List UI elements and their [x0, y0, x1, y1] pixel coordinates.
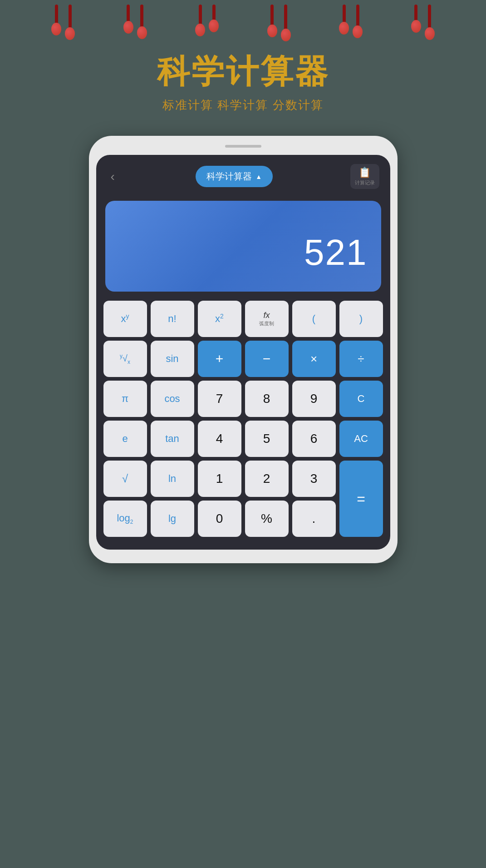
key-decimal[interactable]: .: [292, 501, 336, 537]
ornament-group-5: [339, 5, 363, 38]
key-add[interactable]: +: [198, 341, 241, 377]
device-frame: ‹ 科学计算器 ▲ 📋 计算记录 521 xy n!: [89, 136, 398, 563]
key-close-paren[interactable]: ): [339, 301, 383, 337]
ornament-6b: [425, 5, 435, 40]
ornament-3b: [209, 5, 219, 36]
ornament-6a: [411, 5, 421, 40]
ornament-4a: [267, 5, 277, 41]
key-sqrt[interactable]: √: [103, 461, 147, 497]
ornament-group-4: [267, 5, 291, 41]
history-label: 计算记录: [355, 179, 375, 186]
ornament-5a: [339, 5, 349, 38]
key-fx[interactable]: fx 弧度制: [245, 301, 289, 337]
key-all-clear[interactable]: AC: [339, 421, 383, 457]
key-0[interactable]: 0: [198, 501, 241, 537]
calculator-display: 521: [105, 201, 381, 292]
key-3[interactable]: 3: [292, 461, 336, 497]
key-square[interactable]: x2: [198, 301, 241, 337]
key-tan[interactable]: tan: [151, 421, 194, 457]
key-row-3: π cos 7 8 9 C: [103, 381, 383, 417]
device-notch: [225, 145, 261, 148]
ornament-5b: [353, 5, 363, 38]
key-log2[interactable]: log2: [103, 501, 147, 537]
dropdown-arrow-icon: ▲: [255, 173, 262, 180]
app-header: ‹ 科学计算器 ▲ 📋 计算记录: [96, 155, 390, 196]
history-icon: 📋: [358, 167, 371, 179]
key-sin[interactable]: sin: [151, 341, 194, 377]
ornament-2a: [123, 5, 133, 39]
ornament-1b: [65, 5, 75, 40]
key-equals[interactable]: =: [339, 461, 383, 537]
key-clear[interactable]: C: [339, 381, 383, 417]
key-9[interactable]: 9: [292, 381, 336, 417]
main-title: 科学计算器: [0, 50, 486, 94]
key-factorial[interactable]: n!: [151, 301, 194, 337]
key-pi[interactable]: π: [103, 381, 147, 417]
key-5[interactable]: 5: [245, 421, 289, 457]
key-rows-5-6: √ ln 1 2 3 =: [103, 461, 383, 537]
key-7[interactable]: 7: [198, 381, 241, 417]
top-ornaments: [0, 0, 486, 41]
ornament-group-2: [123, 5, 147, 39]
key-cos[interactable]: cos: [151, 381, 194, 417]
key-row-4: e tan 4 5 6 AC: [103, 421, 383, 457]
key-open-paren[interactable]: (: [292, 301, 336, 337]
key-1[interactable]: 1: [198, 461, 241, 497]
key-4[interactable]: 4: [198, 421, 241, 457]
key-row-2: y√x sin + − × ÷: [103, 341, 383, 377]
title-section: 科学计算器 标准计算 科学计算 分数计算: [0, 41, 486, 127]
key-ln[interactable]: ln: [151, 461, 194, 497]
ornament-2b: [137, 5, 147, 39]
ornament-4b: [281, 5, 291, 41]
keyboard: xy n! x2 fx 弧度制 ( ): [96, 301, 390, 537]
key-subtract[interactable]: −: [245, 341, 289, 377]
key-divide[interactable]: ÷: [339, 341, 383, 377]
key-yth-root[interactable]: y√x: [103, 341, 147, 377]
key-power-xy[interactable]: xy: [103, 301, 147, 337]
device-screen: ‹ 科学计算器 ▲ 📋 计算记录 521 xy n!: [96, 155, 390, 550]
key-euler[interactable]: e: [103, 421, 147, 457]
ornament-group-3: [195, 5, 219, 36]
key-multiply[interactable]: ×: [292, 341, 336, 377]
app-title-pill[interactable]: 科学计算器 ▲: [196, 166, 273, 187]
ornament-3a: [195, 5, 205, 36]
ornament-group-1: [51, 5, 75, 40]
app-title-text: 科学计算器: [206, 170, 252, 183]
history-button[interactable]: 📋 计算记录: [350, 164, 379, 189]
key-8[interactable]: 8: [245, 381, 289, 417]
key-percent[interactable]: %: [245, 501, 289, 537]
ornament-group-6: [411, 5, 435, 40]
sub-title: 标准计算 科学计算 分数计算: [0, 97, 486, 113]
key-2[interactable]: 2: [245, 461, 289, 497]
display-value: 521: [304, 232, 367, 273]
back-button[interactable]: ‹: [107, 168, 118, 186]
key-6[interactable]: 6: [292, 421, 336, 457]
ornament-1a: [51, 5, 61, 40]
key-lg[interactable]: lg: [151, 501, 194, 537]
key-row-1: xy n! x2 fx 弧度制 ( ): [103, 301, 383, 337]
